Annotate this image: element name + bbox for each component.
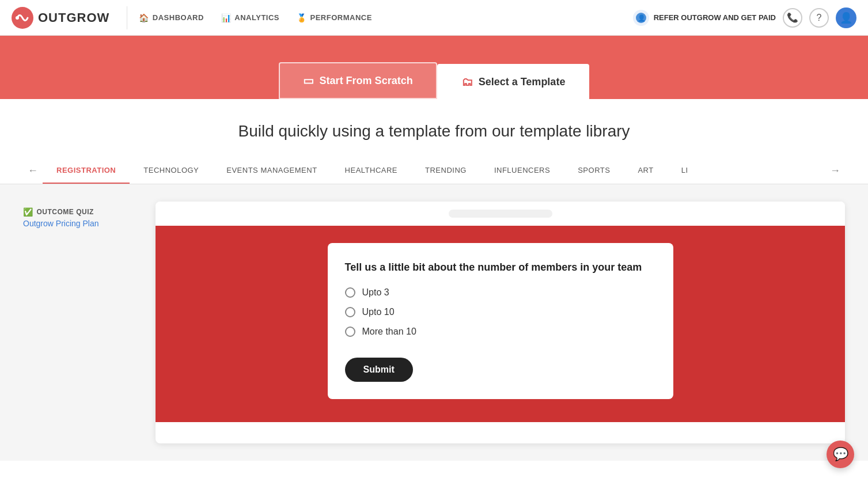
template-icon: 🗂 bbox=[461, 75, 473, 89]
logo-text: OUTGROW bbox=[38, 10, 109, 25]
radio-2[interactable] bbox=[345, 307, 355, 317]
quiz-option-2: Upto 10 bbox=[345, 307, 656, 317]
cat-tab-healthcare[interactable]: HEALTHCARE bbox=[331, 158, 411, 184]
preview-area: Tell us a little bit about the number of… bbox=[156, 202, 845, 443]
nav-dashboard[interactable]: 🏠 DASHBOARD bbox=[139, 13, 204, 22]
preview-top-inner bbox=[449, 210, 552, 218]
nav-divider bbox=[127, 6, 127, 29]
hero-section: ▭ Start From Scratch 🗂 Select a Template bbox=[0, 36, 868, 99]
cat-tab-events[interactable]: EVENTS MANAGEMENT bbox=[213, 158, 331, 184]
navbar-right: 👤 REFER OUTGROW AND GET PAID 📞 ? 👤 bbox=[633, 7, 856, 28]
preview-body: Tell us a little bit about the number of… bbox=[156, 226, 845, 422]
cat-next-arrow[interactable]: → bbox=[825, 159, 845, 183]
nav-analytics[interactable]: 📊 ANALYTICS bbox=[221, 13, 279, 22]
cat-tab-li[interactable]: LI bbox=[668, 158, 702, 184]
sidebar-link[interactable]: Outgrow Pricing Plan bbox=[23, 219, 138, 228]
sidebar-badge: ✅ OUTCOME QUIZ bbox=[23, 207, 138, 217]
category-bar: ← REGISTRATION TECHNOLOGY EVENTS MANAGEM… bbox=[0, 158, 868, 184]
phone-icon: 📞 bbox=[787, 12, 798, 23]
tab-template[interactable]: 🗂 Select a Template bbox=[437, 64, 590, 99]
quiz-question: Tell us a little bit about the number of… bbox=[345, 260, 656, 275]
radio-3[interactable] bbox=[345, 327, 355, 337]
page-title: Build quickly using a template from our … bbox=[0, 99, 868, 158]
home-icon: 🏠 bbox=[139, 13, 149, 22]
phone-button[interactable]: 📞 bbox=[783, 8, 802, 28]
nav-links: 🏠 DASHBOARD 📊 ANALYTICS 🏅 PERFORMANCE bbox=[139, 13, 632, 22]
cat-prev-arrow[interactable]: ← bbox=[23, 159, 43, 183]
cat-tabs: REGISTRATION TECHNOLOGY EVENTS MANAGEMEN… bbox=[43, 158, 825, 184]
help-icon: ? bbox=[817, 13, 822, 23]
hero-tabs: ▭ Start From Scratch 🗂 Select a Template bbox=[279, 62, 590, 99]
main-content: Build quickly using a template from our … bbox=[0, 99, 868, 482]
cat-tab-sports[interactable]: SPORTS bbox=[564, 158, 624, 184]
user-avatar[interactable]: 👤 bbox=[836, 7, 856, 28]
cat-tab-technology[interactable]: TECHNOLOGY bbox=[130, 158, 213, 184]
performance-icon: 🏅 bbox=[297, 13, 307, 22]
svg-point-1 bbox=[16, 16, 19, 20]
cat-tab-registration[interactable]: REGISTRATION bbox=[43, 158, 130, 184]
submit-button[interactable]: Submit bbox=[345, 358, 413, 382]
cat-tab-art[interactable]: ART bbox=[624, 158, 667, 184]
check-icon: ✅ bbox=[23, 207, 33, 217]
radio-1[interactable] bbox=[345, 287, 355, 298]
help-button[interactable]: ? bbox=[809, 8, 829, 28]
logo-icon bbox=[12, 7, 33, 29]
cat-tab-trending[interactable]: TRENDING bbox=[411, 158, 480, 184]
sidebar: ✅ OUTCOME QUIZ Outgrow Pricing Plan bbox=[23, 202, 138, 443]
content-area: ✅ OUTCOME QUIZ Outgrow Pricing Plan Tell… bbox=[0, 184, 868, 461]
quiz-option-3: More than 10 bbox=[345, 327, 656, 337]
nav-performance[interactable]: 🏅 PERFORMANCE bbox=[297, 13, 372, 22]
quiz-option-1: Upto 3 bbox=[345, 287, 656, 298]
sidebar-item: ✅ OUTCOME QUIZ Outgrow Pricing Plan bbox=[23, 202, 138, 234]
refer-icon: 👤 bbox=[633, 10, 649, 26]
chat-icon: 💬 bbox=[833, 447, 848, 462]
logo[interactable]: OUTGROW bbox=[12, 7, 109, 29]
preview-top-bar bbox=[156, 202, 845, 226]
analytics-icon: 📊 bbox=[221, 13, 232, 22]
cat-tab-influencers[interactable]: INFLUENCERS bbox=[480, 158, 564, 184]
navbar: OUTGROW 🏠 DASHBOARD 📊 ANALYTICS 🏅 PERFOR… bbox=[0, 0, 868, 36]
avatar-icon: 👤 bbox=[840, 12, 852, 24]
tab-scratch[interactable]: ▭ Start From Scratch bbox=[279, 62, 437, 99]
preview-card: Tell us a little bit about the number of… bbox=[156, 202, 845, 443]
chat-widget[interactable]: 💬 bbox=[827, 441, 854, 468]
svg-text:👤: 👤 bbox=[638, 14, 646, 22]
scratch-icon: ▭ bbox=[303, 74, 314, 88]
quiz-card: Tell us a little bit about the number of… bbox=[328, 243, 673, 399]
refer-button[interactable]: 👤 REFER OUTGROW AND GET PAID bbox=[633, 10, 776, 26]
